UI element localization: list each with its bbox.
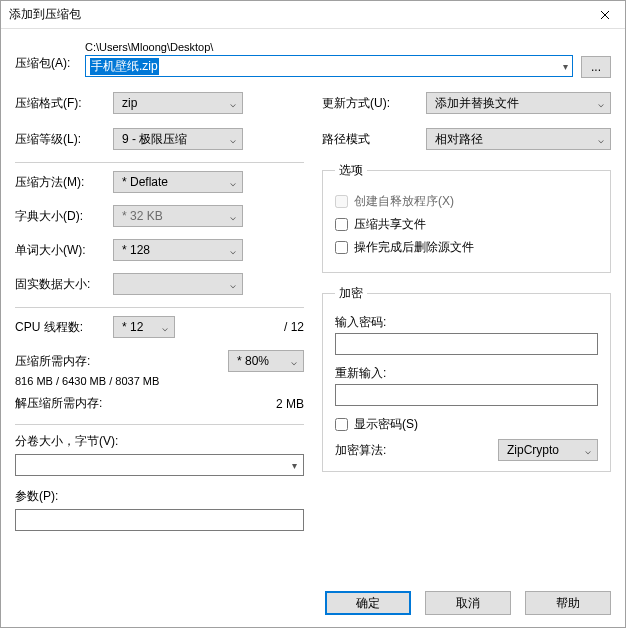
level-combo[interactable]: 9 - 极限压缩 ⌵: [113, 128, 243, 150]
encrypt-fieldset: 加密 输入密码: 重新输入: 显示密码(S) 加密算法: ZipCrypto ⌵: [322, 285, 611, 472]
path-mode-combo[interactable]: 相对路径 ⌵: [426, 128, 611, 150]
divider: [15, 307, 304, 308]
archive-row: 压缩包(A): C:\Users\Mloong\Desktop\ 手机壁纸.zi…: [15, 41, 611, 78]
path-mode-label: 路径模式: [322, 131, 426, 148]
shared-row[interactable]: 压缩共享文件: [335, 216, 598, 233]
chevron-down-icon: ⌵: [230, 245, 236, 256]
two-columns: 压缩格式(F): zip ⌵ 压缩等级(L): 9 - 极限压缩 ⌵ 压缩方法(…: [15, 92, 611, 531]
solid-label: 固实数据大小:: [15, 276, 113, 293]
update-value: 添加并替换文件: [435, 95, 519, 112]
params-label: 参数(P):: [15, 488, 304, 505]
right-column: 更新方式(U): 添加并替换文件 ⌵ 路径模式 相对路径 ⌵ 选项: [322, 92, 611, 531]
options-legend: 选项: [335, 162, 367, 179]
show-password-row[interactable]: 显示密码(S): [335, 416, 598, 433]
compress-mem-pct: * 80%: [237, 354, 269, 368]
algo-label: 加密算法:: [335, 442, 386, 459]
options-fieldset: 选项 创建自释放程序(X) 压缩共享文件 操作完成后删除源文件: [322, 162, 611, 273]
close-icon: [600, 10, 610, 20]
password2-label: 重新输入:: [335, 365, 598, 382]
chevron-down-icon: ⌵: [230, 134, 236, 145]
archive-filename: 手机壁纸.zip: [90, 58, 159, 75]
params-input[interactable]: [15, 509, 304, 531]
method-value: * Deflate: [122, 175, 168, 189]
divider: [15, 424, 304, 425]
decompress-mem-value: 2 MB: [276, 397, 304, 411]
dict-label: 字典大小(D):: [15, 208, 113, 225]
sfx-row: 创建自释放程序(X): [335, 193, 598, 210]
chevron-down-icon: ⌵: [598, 98, 604, 109]
word-combo[interactable]: * 128 ⌵: [113, 239, 243, 261]
delete-after-checkbox[interactable]: [335, 241, 348, 254]
method-label: 压缩方法(M):: [15, 174, 113, 191]
update-label: 更新方式(U):: [322, 95, 426, 112]
compress-mem-label: 压缩所需内存:: [15, 353, 90, 370]
threads-total: / 12: [284, 320, 304, 334]
level-label: 压缩等级(L):: [15, 131, 113, 148]
ok-button[interactable]: 确定: [325, 591, 411, 615]
sfx-label: 创建自释放程序(X): [354, 193, 454, 210]
dialog-title: 添加到压缩包: [9, 6, 81, 23]
chevron-down-icon: ⌵: [230, 177, 236, 188]
decompress-mem-label: 解压缩所需内存:: [15, 395, 102, 412]
archive-main: C:\Users\Mloong\Desktop\ 手机壁纸.zip ▾: [85, 41, 573, 77]
compress-mem-pct-combo[interactable]: * 80% ⌵: [228, 350, 304, 372]
cancel-button[interactable]: 取消: [425, 591, 511, 615]
archive-path: C:\Users\Mloong\Desktop\: [85, 41, 573, 53]
dict-combo[interactable]: * 32 KB ⌵: [113, 205, 243, 227]
word-label: 单词大小(W):: [15, 242, 113, 259]
chevron-down-icon: ▾: [292, 460, 297, 471]
split-label: 分卷大小，字节(V):: [15, 433, 304, 450]
compress-mem-value: 816 MB / 6430 MB / 8037 MB: [15, 375, 304, 387]
divider: [15, 162, 304, 163]
algo-row: 加密算法: ZipCrypto ⌵: [335, 439, 598, 461]
format-label: 压缩格式(F):: [15, 95, 113, 112]
left-column: 压缩格式(F): zip ⌵ 压缩等级(L): 9 - 极限压缩 ⌵ 压缩方法(…: [15, 92, 304, 531]
encrypt-legend: 加密: [335, 285, 367, 302]
archive-filename-combo[interactable]: 手机壁纸.zip ▾: [85, 55, 573, 77]
path-value: 相对路径: [435, 131, 483, 148]
add-to-archive-dialog: 添加到压缩包 压缩包(A): C:\Users\Mloong\Desktop\ …: [0, 0, 626, 628]
dialog-content: 压缩包(A): C:\Users\Mloong\Desktop\ 手机壁纸.zi…: [1, 29, 625, 581]
shared-checkbox[interactable]: [335, 218, 348, 231]
dict-value: * 32 KB: [122, 209, 163, 223]
format-value: zip: [122, 96, 137, 110]
chevron-down-icon: ⌵: [230, 98, 236, 109]
delete-after-row[interactable]: 操作完成后删除源文件: [335, 239, 598, 256]
solid-combo[interactable]: ⌵: [113, 273, 243, 295]
browse-button[interactable]: ...: [581, 56, 611, 78]
chevron-down-icon: ⌵: [162, 322, 168, 333]
archive-label: 压缩包(A):: [15, 41, 77, 72]
threads-label: CPU 线程数:: [15, 319, 113, 336]
split-size-combo[interactable]: ▾: [15, 454, 304, 476]
method-combo[interactable]: * Deflate ⌵: [113, 171, 243, 193]
titlebar: 添加到压缩包: [1, 1, 625, 29]
algo-combo[interactable]: ZipCrypto ⌵: [498, 439, 598, 461]
threads-value: * 12: [122, 320, 143, 334]
chevron-down-icon: ⌵: [230, 211, 236, 222]
update-mode-combo[interactable]: 添加并替换文件 ⌵: [426, 92, 611, 114]
help-button[interactable]: 帮助: [525, 591, 611, 615]
chevron-down-icon: ▾: [563, 61, 568, 72]
word-value: * 128: [122, 243, 150, 257]
show-password-checkbox[interactable]: [335, 418, 348, 431]
shared-label: 压缩共享文件: [354, 216, 426, 233]
password-label: 输入密码:: [335, 314, 598, 331]
delete-after-label: 操作完成后删除源文件: [354, 239, 474, 256]
level-value: 9 - 极限压缩: [122, 131, 187, 148]
button-bar: 确定 取消 帮助: [1, 581, 625, 627]
sfx-checkbox: [335, 195, 348, 208]
threads-combo[interactable]: * 12 ⌵: [113, 316, 175, 338]
compress-mem-row: 压缩所需内存: * 80% ⌵ 816 MB / 6430 MB / 8037 …: [15, 350, 304, 387]
show-password-label: 显示密码(S): [354, 416, 418, 433]
password-input[interactable]: [335, 333, 598, 355]
algo-value: ZipCrypto: [507, 443, 559, 457]
chevron-down-icon: ⌵: [598, 134, 604, 145]
chevron-down-icon: ⌵: [585, 445, 591, 456]
close-button[interactable]: [585, 1, 625, 29]
format-combo[interactable]: zip ⌵: [113, 92, 243, 114]
password2-input[interactable]: [335, 384, 598, 406]
chevron-down-icon: ⌵: [291, 356, 297, 367]
chevron-down-icon: ⌵: [230, 279, 236, 290]
